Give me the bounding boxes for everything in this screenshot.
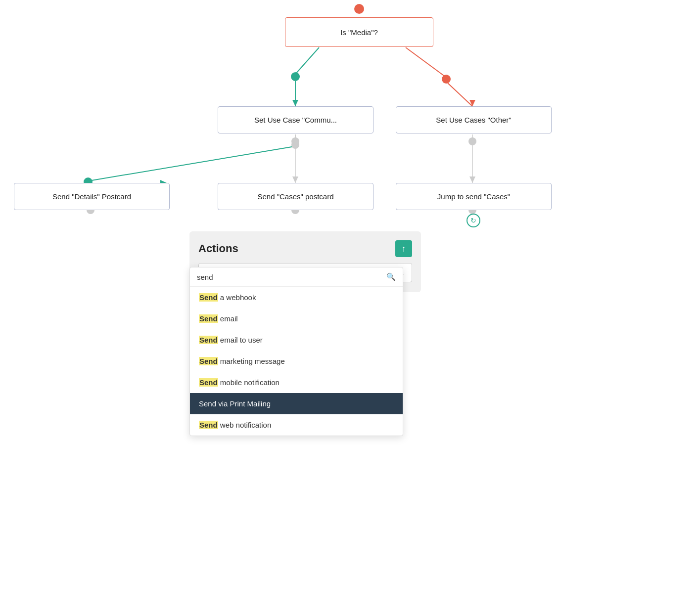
dropdown-item-webhook-highlight: Send — [199, 293, 218, 302]
dropdown-item-print-text: Send via Print Mailing — [199, 399, 271, 408]
search-magnifier-icon: 🔍 — [386, 272, 396, 281]
svg-point-2 — [291, 72, 300, 81]
dropdown-item-email-rest: email — [220, 314, 238, 323]
svg-point-15 — [291, 137, 299, 145]
dropdown-item-marketing-rest: marketing message — [220, 357, 285, 365]
dropdown-item-mobile-rest: mobile notification — [220, 378, 280, 387]
set-commu-label: Set Use Case "Commu... — [254, 116, 337, 124]
dropdown-item-email-user-highlight: Send — [199, 336, 218, 344]
send-cases-node[interactable]: Send "Cases" postcard — [218, 183, 373, 210]
svg-line-1 — [295, 47, 319, 74]
dropdown-item-web-rest: web notification — [220, 421, 271, 429]
svg-point-10 — [291, 141, 299, 149]
send-cases-label: Send "Cases" postcard — [257, 192, 333, 201]
svg-line-5 — [406, 47, 445, 77]
svg-point-6 — [442, 75, 451, 84]
dropdown-item-marketing-highlight: Send — [199, 357, 218, 365]
svg-marker-8 — [469, 100, 475, 106]
search-dropdown: 🔍 Send a webhook Send email Send email t… — [189, 267, 403, 436]
dropdown-item-webhook-rest: a webhook — [220, 293, 256, 302]
send-details-node[interactable]: Send "Details" Postcard — [14, 183, 170, 210]
dropdown-item-webhook[interactable]: Send a webhook — [190, 287, 403, 308]
svg-point-0 — [354, 4, 364, 14]
search-input-row: 🔍 — [190, 267, 403, 287]
svg-line-11 — [92, 147, 292, 180]
dropdown-item-email-highlight: Send — [199, 314, 218, 323]
jump-cases-label: Jump to send "Cases" — [437, 192, 510, 201]
svg-marker-16 — [292, 176, 298, 183]
decision-label: Is "Media"? — [340, 28, 378, 37]
dropdown-item-email-user[interactable]: Send email to user — [190, 329, 403, 351]
set-other-label: Set Use Cases "Other" — [436, 116, 511, 124]
send-details-label: Send "Details" Postcard — [52, 192, 131, 201]
actions-title-row: Actions ↑ — [198, 240, 412, 257]
svg-marker-4 — [292, 100, 298, 106]
svg-line-7 — [448, 83, 472, 106]
actions-up-button[interactable]: ↑ — [395, 240, 412, 257]
dropdown-item-email[interactable]: Send email — [190, 308, 403, 329]
cycle-icon[interactable]: ↻ — [467, 214, 480, 227]
up-arrow-icon: ↑ — [402, 244, 406, 254]
dropdown-item-mobile[interactable]: Send mobile notification — [190, 372, 403, 393]
set-commu-node[interactable]: Set Use Case "Commu... — [218, 106, 373, 133]
dropdown-item-marketing[interactable]: Send marketing message — [190, 351, 403, 372]
svg-marker-19 — [469, 176, 475, 183]
dropdown-item-email-user-rest: email to user — [220, 336, 263, 344]
set-other-node[interactable]: Set Use Cases "Other" — [396, 106, 552, 133]
actions-title-text: Actions — [198, 242, 238, 255]
search-input[interactable] — [197, 273, 386, 281]
dropdown-item-print[interactable]: Send via Print Mailing — [190, 393, 403, 414]
decision-node[interactable]: Is "Media"? — [285, 17, 433, 47]
jump-cases-node[interactable]: Jump to send "Cases" — [396, 183, 552, 210]
svg-point-18 — [468, 137, 476, 145]
dropdown-item-web[interactable]: Send web notification — [190, 414, 403, 436]
dropdown-item-mobile-highlight: Send — [199, 378, 218, 387]
dropdown-item-web-highlight: Send — [199, 421, 218, 429]
